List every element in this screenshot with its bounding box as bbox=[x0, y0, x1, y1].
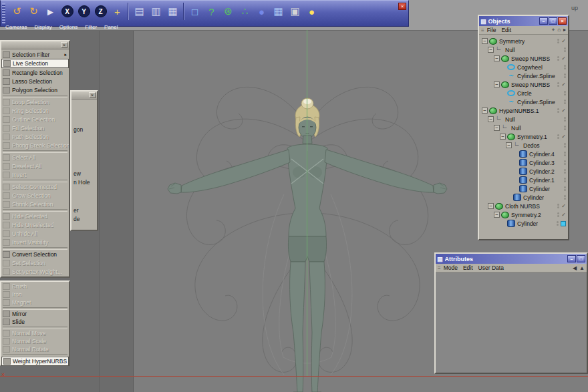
tool-menu-item[interactable]: Weight HyperNURBS bbox=[1, 357, 69, 366]
tool-menu-item[interactable]: Normal Move bbox=[1, 329, 69, 337]
lock-z-axis-icon[interactable]: Z bbox=[92, 3, 109, 20]
object-tree-item[interactable]: − Cylinder.4 ✓ bbox=[479, 150, 568, 158]
tool-menu-item[interactable]: Magnet bbox=[1, 299, 69, 307]
objects-titlebar[interactable]: ▤ Objects – □ × bbox=[479, 16, 568, 26]
menubar-item[interactable]: Edit bbox=[463, 264, 473, 271]
object-tree-item[interactable]: − Circle ✓ bbox=[479, 89, 568, 97]
object-tree-item[interactable]: − Cylinder.2 ✓ bbox=[479, 167, 568, 176]
minimize-button[interactable]: – bbox=[567, 255, 576, 262]
visibility-dots[interactable] bbox=[564, 65, 566, 69]
home-icon[interactable]: ⌂ bbox=[557, 27, 561, 33]
selection-tool-icon[interactable]: ► bbox=[42, 3, 59, 20]
visibility-dots[interactable] bbox=[557, 204, 559, 208]
menu-item[interactable]: Unhide All ▸ bbox=[1, 229, 69, 238]
visibility-dots[interactable] bbox=[564, 126, 566, 130]
object-tree-item[interactable]: − Cylinder ✓ bbox=[479, 193, 568, 202]
collapse-icon[interactable]: − bbox=[494, 212, 500, 218]
menu-item-fragment[interactable]: de bbox=[74, 216, 80, 222]
menu-item[interactable]: Invert ▸ bbox=[1, 170, 69, 179]
object-tree-item[interactable]: − Cloth NURBS ✓ bbox=[479, 202, 568, 210]
enabled-check-icon[interactable]: ✓ bbox=[561, 38, 566, 45]
menubar-item[interactable]: Edit bbox=[501, 27, 511, 33]
enabled-check-icon[interactable]: ✓ bbox=[561, 55, 566, 62]
visibility-dots[interactable] bbox=[564, 152, 566, 156]
menu-item[interactable]: Convert Selection ▸ bbox=[1, 250, 69, 258]
menu-item[interactable]: Loop Selection ▸ bbox=[1, 97, 69, 106]
torn-panel-titlebar[interactable]: × bbox=[71, 91, 97, 100]
coordinate-system-icon[interactable]: + bbox=[109, 3, 126, 20]
cube-primitive-icon[interactable]: □ bbox=[186, 3, 203, 20]
tool-menu-item[interactable]: Slide bbox=[1, 318, 69, 326]
attributes-titlebar[interactable]: ▤ Attributes – □ bbox=[436, 254, 587, 264]
search-icon[interactable]: ⌖ bbox=[552, 27, 555, 33]
tool-menu-item[interactable]: Mirror bbox=[1, 310, 69, 318]
menu-item[interactable]: Deselect All ▸ bbox=[1, 162, 69, 170]
lock-y-axis-icon[interactable]: Y bbox=[76, 3, 92, 20]
light-icon[interactable]: ● bbox=[303, 3, 320, 20]
visibility-dots[interactable] bbox=[557, 39, 559, 43]
array-tools-icon[interactable]: ∴ bbox=[237, 3, 253, 20]
object-tree-item[interactable]: − Dedos ✓ bbox=[479, 141, 568, 150]
object-tree-item[interactable]: − Symmetry.1 ✓ bbox=[479, 132, 568, 141]
visibility-dots[interactable] bbox=[564, 186, 566, 191]
menubar-item[interactable]: File bbox=[487, 27, 496, 33]
toolbar-grip[interactable] bbox=[2, 3, 5, 23]
menu-item[interactable]: Path Selection ▸ bbox=[1, 132, 69, 141]
collapse-icon[interactable]: − bbox=[506, 142, 512, 148]
render-view-icon[interactable]: ▤ bbox=[131, 3, 148, 20]
object-tree-item[interactable]: − HyperNURBS.1 ✓ bbox=[479, 106, 568, 115]
menu-item[interactable]: Select Connected ▸ bbox=[1, 182, 69, 191]
menu-item[interactable]: Phong Break Selection ▸ bbox=[1, 141, 69, 150]
enabled-check-icon[interactable]: ✓ bbox=[561, 203, 566, 210]
close-icon[interactable]: × bbox=[61, 42, 67, 48]
object-tree-item[interactable]: − Symmetry ✓ bbox=[479, 37, 568, 45]
collapse-icon[interactable]: − bbox=[488, 203, 494, 209]
visibility-dots[interactable] bbox=[564, 169, 566, 174]
object-tree-item[interactable]: − Cylinder.3 ✓ bbox=[479, 158, 568, 167]
menu-item-fragment[interactable]: er bbox=[74, 207, 79, 214]
object-tree-item[interactable]: − Cylinder ✓ bbox=[479, 219, 568, 228]
camera-icon[interactable]: ▣ bbox=[287, 3, 303, 20]
menu-item[interactable]: Lasso Selection ▸ bbox=[1, 77, 69, 85]
visibility-dots[interactable] bbox=[557, 221, 559, 226]
menu-item[interactable]: Outline Selection ▸ bbox=[1, 115, 69, 124]
visibility-dots[interactable] bbox=[557, 212, 559, 217]
enabled-check-icon[interactable]: ✓ bbox=[561, 134, 566, 140]
close-icon[interactable]: × bbox=[89, 92, 96, 98]
object-tree-item[interactable]: − Sweep NURBS ✓ bbox=[479, 54, 568, 63]
menu-item[interactable]: Hide Unselected ▸ bbox=[1, 220, 69, 229]
object-tree-item[interactable]: − Cogwheel ✓ bbox=[479, 63, 568, 71]
visibility-dots[interactable] bbox=[557, 56, 559, 61]
visibility-dots[interactable] bbox=[564, 100, 566, 104]
spline-tools-icon[interactable]: ? bbox=[203, 3, 220, 20]
viewport-menu-item[interactable]: Display bbox=[34, 24, 51, 30]
object-tree-item[interactable]: − Null ✓ bbox=[479, 115, 568, 124]
scene-browser-icon[interactable]: ▦ bbox=[270, 3, 287, 20]
object-tree-item[interactable]: − Cylinder ✓ bbox=[479, 184, 568, 193]
menu-item[interactable]: Fill Selection ▸ bbox=[1, 124, 69, 132]
collapse-icon[interactable]: − bbox=[494, 55, 500, 61]
tool-menu-item[interactable]: Iron bbox=[1, 290, 69, 299]
close-button[interactable]: × bbox=[558, 17, 567, 25]
lock-x-axis-icon[interactable]: X bbox=[59, 3, 76, 20]
redo-icon[interactable]: ↻ bbox=[25, 3, 42, 20]
visibility-dots[interactable] bbox=[564, 195, 566, 200]
close-icon[interactable]: × bbox=[398, 3, 406, 10]
lock-icon[interactable]: ▲ bbox=[579, 265, 585, 271]
collapse-icon[interactable]: − bbox=[500, 134, 506, 140]
maximize-button[interactable]: □ bbox=[549, 17, 557, 25]
object-tree-item[interactable]: − Cylinder.1 ✓ bbox=[479, 176, 568, 184]
enabled-check-icon[interactable]: ✓ bbox=[561, 81, 566, 88]
menu-item[interactable]: Ring Selection ▸ bbox=[1, 106, 69, 115]
visibility-dots[interactable] bbox=[564, 143, 566, 148]
visibility-dots[interactable] bbox=[564, 117, 566, 122]
collapse-icon[interactable]: − bbox=[482, 38, 488, 44]
viewport-menu-item[interactable]: Panel bbox=[104, 24, 118, 30]
tool-menu-item[interactable]: Brush bbox=[1, 282, 69, 290]
menu-item[interactable]: Shrink Selection ▸ bbox=[1, 200, 69, 208]
menubar-item[interactable]: Mode bbox=[444, 264, 458, 271]
enabled-check-icon[interactable]: ✓ bbox=[561, 212, 566, 218]
collapse-icon[interactable]: − bbox=[494, 125, 500, 131]
minimize-button[interactable]: – bbox=[539, 17, 548, 25]
selection-tag[interactable] bbox=[561, 221, 566, 226]
